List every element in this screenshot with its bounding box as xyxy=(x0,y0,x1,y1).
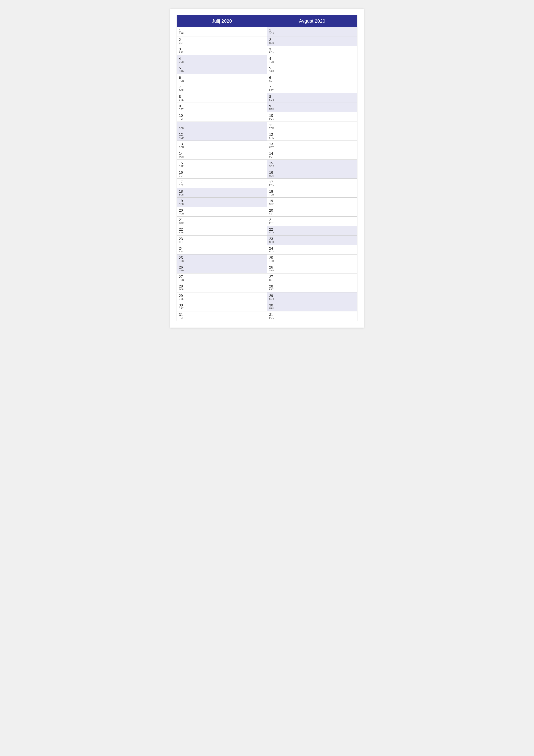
day-number: 3 xyxy=(269,47,355,51)
day-number: 2 xyxy=(179,38,265,42)
day-number: 17 xyxy=(179,180,265,184)
day-number: 18 xyxy=(179,189,265,194)
day-name: PON xyxy=(179,279,265,281)
day-name: TOR xyxy=(269,260,355,262)
day-number: 7 xyxy=(269,85,355,89)
day-number: 5 xyxy=(269,66,355,70)
day-number: 20 xyxy=(269,208,355,212)
julij-day-13: 13PON xyxy=(177,141,267,150)
day-number: 25 xyxy=(179,256,265,260)
day-name: SOB xyxy=(269,32,355,35)
day-number: 24 xyxy=(179,246,265,251)
day-number: 10 xyxy=(269,114,355,118)
day-name: SRE xyxy=(269,203,355,205)
avgust-day-14: 14PET xyxy=(267,150,357,160)
day-name: TOR xyxy=(179,288,265,291)
day-name: PON xyxy=(179,212,265,215)
julij-day-4: 4SOB xyxy=(177,55,267,65)
avgust-day-18: 18TOR xyxy=(267,188,357,198)
avgust-day-5: 5SRE xyxy=(267,65,357,74)
day-number: 27 xyxy=(269,275,355,279)
day-number: 17 xyxy=(269,180,355,184)
julij-day-17: 17PET xyxy=(177,179,267,188)
day-name: NED xyxy=(269,42,355,44)
day-number: 12 xyxy=(269,133,355,137)
day-name: NED xyxy=(269,241,355,243)
avgust-day-9: 9NED xyxy=(267,103,357,112)
day-name: NED xyxy=(179,137,265,139)
avgust-day-10: 10PON xyxy=(267,112,357,122)
day-number: 12 xyxy=(179,133,265,137)
avgust-day-27: 27ČET xyxy=(267,274,357,283)
day-name: ČET xyxy=(269,80,355,82)
julij-day-12: 12NED xyxy=(177,131,267,141)
avgust-header: Avgust 2020 xyxy=(267,15,357,27)
day-number: 6 xyxy=(179,76,265,80)
day-name: ČET xyxy=(269,146,355,148)
julij-day-27: 27PON xyxy=(177,274,267,283)
day-number: 30 xyxy=(179,303,265,307)
day-number: 13 xyxy=(269,142,355,146)
day-number: 30 xyxy=(269,303,355,307)
avgust-day-11: 11TOR xyxy=(267,122,357,131)
julij-day-25: 25SOB xyxy=(177,255,267,264)
day-number: 19 xyxy=(179,199,265,203)
avgust-day-3: 3PON xyxy=(267,46,357,55)
day-number: 23 xyxy=(269,237,355,241)
day-number: 4 xyxy=(269,57,355,61)
day-name: PET xyxy=(269,288,355,291)
day-number: 26 xyxy=(179,265,265,269)
day-name: PON xyxy=(269,51,355,54)
day-number: 28 xyxy=(269,284,355,288)
julij-day-6: 6PON xyxy=(177,74,267,84)
day-name: SRE xyxy=(179,99,265,101)
day-name: NED xyxy=(179,269,265,272)
day-name: PET xyxy=(179,251,265,253)
day-name: SOB xyxy=(179,194,265,196)
day-name: SOB xyxy=(179,61,265,63)
julij-day-1: 1SRE xyxy=(177,27,267,37)
day-name: SOB xyxy=(269,165,355,168)
julij-day-9: 9ČET xyxy=(177,103,267,112)
avgust-day-24: 24PON xyxy=(267,245,357,255)
avgust-day-16: 16NED xyxy=(267,169,357,179)
day-name: PON xyxy=(269,251,355,253)
day-name: ČET xyxy=(269,212,355,215)
day-number: 3 xyxy=(179,47,265,51)
day-name: SRE xyxy=(179,32,265,35)
avgust-day-12: 12SRE xyxy=(267,131,357,141)
julij-day-20: 20PON xyxy=(177,207,267,217)
avgust-day-26: 26SRE xyxy=(267,264,357,274)
day-number: 23 xyxy=(179,237,265,241)
julij-day-16: 16ČET xyxy=(177,169,267,179)
day-number: 10 xyxy=(179,114,265,118)
page: Julij 2020 Avgust 2020 1SRE1SOB2ČET2NED3… xyxy=(170,9,364,328)
day-number: 21 xyxy=(269,218,355,222)
avgust-day-23: 23NED xyxy=(267,235,357,245)
day-name: ČET xyxy=(179,175,265,177)
day-number: 31 xyxy=(269,313,355,317)
day-number: 1 xyxy=(269,28,355,32)
day-number: 29 xyxy=(179,294,265,298)
day-name: SRE xyxy=(269,269,355,272)
day-number: 31 xyxy=(179,313,265,317)
day-name: ČET xyxy=(269,279,355,281)
day-name: TOR xyxy=(269,194,355,196)
day-number: 18 xyxy=(269,189,355,194)
day-name: PON xyxy=(269,118,355,120)
day-name: SRE xyxy=(179,231,265,234)
day-name: ČET xyxy=(179,42,265,44)
day-name: TOR xyxy=(179,89,265,92)
day-number: 8 xyxy=(179,94,265,99)
avgust-day-1: 1SOB xyxy=(267,27,357,37)
day-name: TOR xyxy=(179,222,265,224)
day-number: 14 xyxy=(269,151,355,156)
day-number: 26 xyxy=(269,265,355,269)
day-name: TOR xyxy=(179,156,265,158)
julij-day-2: 2ČET xyxy=(177,37,267,46)
julij-day-22: 22SRE xyxy=(177,226,267,235)
julij-day-18: 18SOB xyxy=(177,188,267,198)
julij-day-3: 3PET xyxy=(177,46,267,55)
julij-day-23: 23ČET xyxy=(177,235,267,245)
avgust-day-13: 13ČET xyxy=(267,141,357,150)
